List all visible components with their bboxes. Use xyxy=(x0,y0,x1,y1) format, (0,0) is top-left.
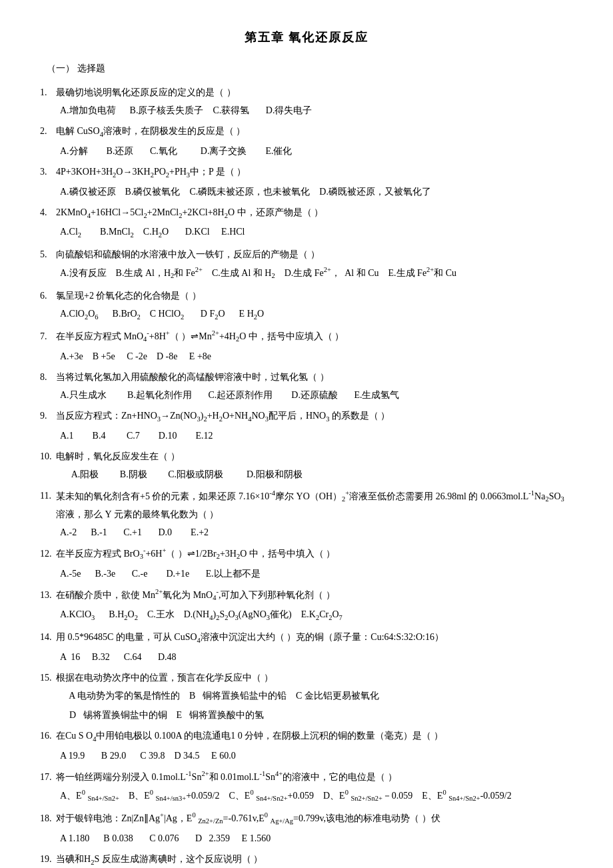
question-13: 13. 在硝酸介质中，欲使 Mn2+氧化为 MnO4-,可加入下列那种氧化剂（ … xyxy=(40,586,573,625)
question-6: 6. 氯呈现+2 价氧化态的化合物是（ ） A.ClO2O6 B.BrO2 C … xyxy=(40,287,573,324)
section-header: （一） 选择题 xyxy=(47,60,573,77)
q3-text: 4P+3KOH+3H2O→3KH2PO2+PH3中；P 是（ ） xyxy=(56,163,573,182)
q12-text: 在半反应方程式 BrO3-+6H+（ ）⇌1/2Br2+3H2O 中，括号中填入… xyxy=(56,545,573,563)
q10-options: A.阳极 B.阴极 C.阳极或阴极 D.阳极和阴极 xyxy=(60,466,573,483)
question-4: 4. 2KMnO4+16HCl→5Cl2+2MnCl2+2KCl+8H2O 中，… xyxy=(40,204,573,242)
q15-options-a: A 电动势为零的氢是惰性的 B 铜将置换铅盐中的铅 C 金比铝更易被氧化 xyxy=(60,687,573,704)
q5-text: 向硫酸铝和硫酸铜的水溶液中放入一铁钉，反应后的产物是（ ） xyxy=(56,246,573,263)
q11-options: A.-2 B.-1 C.+1 D.0 E.+2 xyxy=(60,524,573,541)
q9-text: 当反应方程式：Zn+HNO3→Zn(NO3)2+H2O+NH4NO3配平后，HN… xyxy=(56,407,573,426)
q2-num: 2. xyxy=(40,123,56,139)
q6-options: A.ClO2O6 B.BrO2 C HClO2 D F2O E H2O xyxy=(60,305,573,324)
q11-text: 某未知的氧化剂含有+5 价的元素，如果还原 7.16×10-4摩尔 YO（OH）… xyxy=(56,487,573,523)
question-18: 18. 对于银锌电池：Zn|Zn‖Ag+|Ag，E0 Zn2+/Zn=-0.76… xyxy=(40,809,573,847)
q7-num: 7. xyxy=(40,328,56,345)
question-1: 1. 最确切地说明氧化还原反应的定义的是（ ） A.增加负电荷 B.原子核丢失质… xyxy=(40,84,573,119)
page-title: 第五章 氧化还原反应 xyxy=(40,27,573,48)
q3-num: 3. xyxy=(40,163,56,180)
q5-options: A.没有反应 B.生成 Al，H2和 Fe2+ C.生成 Al 和 H2 D.生… xyxy=(60,264,573,283)
question-17: 17. 将一铂丝两端分别浸入 0.1mol.L-1Sn2+和 0.01mol.L… xyxy=(40,768,573,805)
q17-text: 将一铂丝两端分别浸入 0.1mol.L-1Sn2+和 0.01mol.L-1Sn… xyxy=(56,768,573,785)
q15-num: 15. xyxy=(40,669,56,686)
q5-num: 5. xyxy=(40,246,56,263)
q11-num: 11. xyxy=(40,487,56,504)
q14-options: A 16 B.32 C.64 D.48 xyxy=(60,649,573,665)
q18-options: A 1.180 B 0.038 C 0.076 D 2.359 E 1.560 xyxy=(60,830,573,847)
q4-options: A.Cl2 B.MnCl2 C.H2O D.KCl E.HCl xyxy=(60,223,573,242)
q6-text: 氯呈现+2 价氧化态的化合物是（ ） xyxy=(56,287,573,304)
question-15: 15. 根据在电动势次序中的位置，预言在化学反应中（ ） A 电动势为零的氢是惰… xyxy=(40,669,573,724)
q13-options: A.KClO3 B.H2O2 C.王水 D.(NH4)2S2O3(AgNO3催化… xyxy=(60,606,573,625)
q14-num: 14. xyxy=(40,629,56,645)
q16-options: A 19.9 B 29.0 C 39.8 D 34.5 E 60.0 xyxy=(60,747,573,764)
q15-options-b: D 锡将置换铜盐中的铜 E 铜将置换酸中的氢 xyxy=(60,707,573,723)
q8-num: 8. xyxy=(40,369,56,385)
question-14: 14. 用 0.5*96485C 的电量，可从 CuSO4溶液中沉淀出大约（ ）… xyxy=(40,629,573,665)
q4-text: 2KMnO4+16HCl→5Cl2+2MnCl2+2KCl+8H2O 中，还原产… xyxy=(56,204,573,223)
q10-text: 电解时，氧化反应发生在（ ） xyxy=(56,448,573,465)
q12-options: A.-5e B.-3e C.-e D.+1e E.以上都不是 xyxy=(60,565,573,582)
q8-text: 当将过氧化氢加入用硫酸酸化的高锰酸钾溶液中时，过氧化氢（ ） xyxy=(56,369,573,385)
q17-num: 17. xyxy=(40,769,56,785)
q7-text: 在半反应方程式 MnO4-+8H+（ ）⇌Mn2++4H2O 中，括号中应填入（… xyxy=(56,327,573,346)
q19-text: 当碘和H2S 反应生成游离碘时，这个反应说明（ ） xyxy=(56,851,573,868)
question-7: 7. 在半反应方程式 MnO4-+8H+（ ）⇌Mn2++4H2O 中，括号中应… xyxy=(40,327,573,365)
q18-num: 18. xyxy=(40,810,56,827)
q1-num: 1. xyxy=(40,84,56,101)
question-3: 3. 4P+3KOH+3H2O→3KH2PO2+PH3中；P 是（ ） A.磷仅… xyxy=(40,163,573,200)
question-5: 5. 向硫酸铝和硫酸铜的水溶液中放入一铁钉，反应后的产物是（ ） A.没有反应 … xyxy=(40,246,573,283)
q4-num: 4. xyxy=(40,204,56,221)
q18-text: 对于银锌电池：Zn|Zn‖Ag+|Ag，E0 Zn2+/Zn=-0.761v,E… xyxy=(56,809,573,828)
q14-text: 用 0.5*96485C 的电量，可从 CuSO4溶液中沉淀出大约（ ）克的铜（… xyxy=(56,629,573,647)
q1-options: A.增加负电荷 B.原子核丢失质子 C.获得氢 D.得失电子 xyxy=(60,102,573,119)
q13-num: 13. xyxy=(40,587,56,603)
question-8: 8. 当将过氧化氢加入用硫酸酸化的高锰酸钾溶液中时，过氧化氢（ ） A.只生成水… xyxy=(40,369,573,403)
question-19: 19. 当碘和H2S 反应生成游离碘时，这个反应说明（ ） A 硫是比碘更强的氧… xyxy=(40,851,573,868)
q3-options: A.磷仅被还原 B.磷仅被氧化 C.磷既未被还原，也未被氧化 D.磷既被还原，又… xyxy=(60,183,573,200)
q13-text: 在硝酸介质中，欲使 Mn2+氧化为 MnO4-,可加入下列那种氧化剂（ ） xyxy=(56,586,573,605)
q6-num: 6. xyxy=(40,287,56,304)
question-11: 11. 某未知的氧化剂含有+5 价的元素，如果还原 7.16×10-4摩尔 YO… xyxy=(40,487,573,541)
question-12: 12. 在半反应方程式 BrO3-+6H+（ ）⇌1/2Br2+3H2O 中，括… xyxy=(40,545,573,582)
q9-options: A.1 B.4 C.7 D.10 E.12 xyxy=(60,427,573,444)
q16-text: 在Cu S O4中用铂电极以 0.100A 的电流通电1 0 分钟，在阴极上沉积… xyxy=(56,727,573,746)
q17-options: A、E0 Sn4+/Sn2+ B、E0 Sn4+/sn3++0.059/2 C、… xyxy=(60,787,573,805)
q2-text: 电解 CuSO4溶液时，在阴极发生的反应是（ ） xyxy=(56,123,573,141)
q8-options: A.只生成水 B.起氧化剂作用 C.起还原剂作用 D.还原硫酸 E.生成氢气 xyxy=(60,387,573,403)
q2-options: A.分解 B.还原 C.氧化 D.离子交换 E.催化 xyxy=(60,143,573,159)
question-9: 9. 当反应方程式：Zn+HNO3→Zn(NO3)2+H2O+NH4NO3配平后… xyxy=(40,407,573,444)
q9-num: 9. xyxy=(40,407,56,424)
q19-num: 19. xyxy=(40,851,56,867)
q16-num: 16. xyxy=(40,727,56,744)
question-2: 2. 电解 CuSO4溶液时，在阴极发生的反应是（ ） A.分解 B.还原 C.… xyxy=(40,123,573,159)
question-10: 10. 电解时，氧化反应发生在（ ） A.阳极 B.阴极 C.阳极或阴极 D.阳… xyxy=(40,448,573,483)
q1-text: 最确切地说明氧化还原反应的定义的是（ ） xyxy=(56,84,573,101)
question-16: 16. 在Cu S O4中用铂电极以 0.100A 的电流通电1 0 分钟，在阴… xyxy=(40,727,573,764)
q12-num: 12. xyxy=(40,545,56,562)
q7-options: A.+3e B +5e C -2e D -8e E +8e xyxy=(60,348,573,365)
page-container: 第五章 氧化还原反应 （一） 选择题 1. 最确切地说明氧化还原反应的定义的是（… xyxy=(40,27,573,868)
q10-num: 10. xyxy=(40,448,56,465)
q15-text: 根据在电动势次序中的位置，预言在化学反应中（ ） xyxy=(56,669,573,686)
